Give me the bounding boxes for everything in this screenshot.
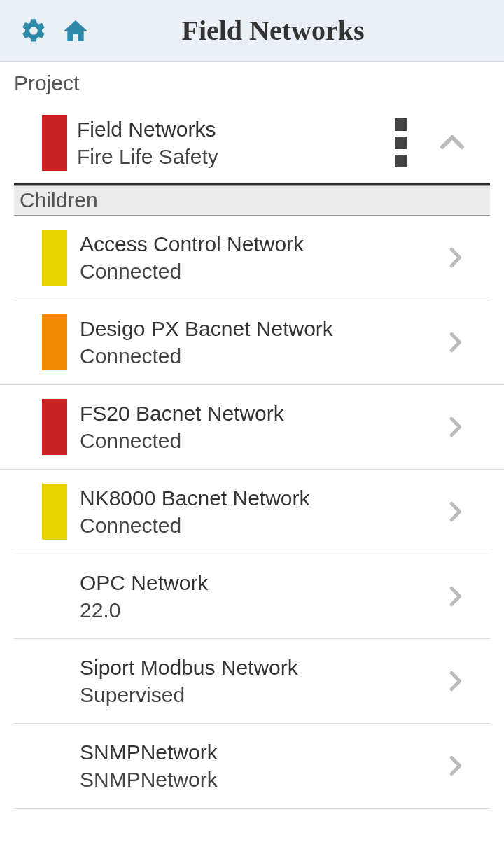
child-row-texts: Access Control NetworkConnected — [77, 230, 441, 285]
gear-icon — [20, 17, 48, 45]
chevron-right-icon — [441, 667, 469, 695]
child-row-texts: FS20 Bacnet NetworkConnected — [77, 400, 441, 454]
child-row-subtitle: Supervised — [80, 681, 441, 708]
child-row-title: Siport Modbus Network — [80, 654, 441, 681]
child-row-subtitle: Connected — [80, 258, 441, 285]
child-row[interactable]: NK8000 Bacnet NetworkConnected — [14, 470, 490, 554]
status-color-chip — [42, 399, 67, 455]
chevron-right-icon — [441, 752, 469, 780]
child-row-title: OPC Network — [80, 569, 441, 596]
child-row[interactable]: FS20 Bacnet NetworkConnected — [0, 385, 504, 470]
chevron-up-icon — [435, 126, 469, 160]
status-color-chip — [42, 738, 67, 794]
chevron-right-icon — [441, 244, 469, 272]
settings-button[interactable] — [13, 17, 55, 45]
status-color-chip — [42, 653, 67, 709]
page-title: Field Networks — [55, 14, 491, 47]
child-row[interactable]: SNMPNetworkSNMPNetwork — [14, 724, 490, 808]
child-row-texts: OPC Network22.0 — [77, 569, 441, 624]
child-row-texts: NK8000 Bacnet NetworkConnected — [77, 484, 441, 539]
parent-node-row[interactable]: Field Networks Fire Life Safety — [14, 102, 490, 185]
children-section-header: Children — [14, 185, 490, 216]
status-color-chip — [42, 484, 67, 540]
child-row[interactable]: Access Control NetworkConnected — [14, 216, 490, 300]
chevron-right-icon — [441, 328, 469, 356]
status-color-chip — [42, 230, 67, 286]
chevron-right-icon — [441, 498, 469, 526]
child-row-subtitle: SNMPNetwork — [80, 766, 441, 793]
parent-node-subtitle: Fire Life Safety — [77, 143, 395, 170]
children-list: Access Control NetworkConnectedDesigo PX… — [0, 216, 504, 808]
child-row-texts: SNMPNetworkSNMPNetwork — [77, 738, 441, 793]
dots-icon — [395, 118, 407, 131]
drill-in-button[interactable] — [441, 667, 476, 695]
more-options-button[interactable] — [395, 118, 407, 167]
child-row-title: SNMPNetwork — [80, 738, 441, 766]
child-row-title: FS20 Bacnet Network — [80, 400, 441, 427]
chevron-right-icon — [441, 582, 469, 610]
child-row[interactable]: Siport Modbus NetworkSupervised — [14, 639, 490, 724]
child-row-title: NK8000 Bacnet Network — [80, 484, 441, 512]
parent-node-title: Field Networks — [77, 115, 395, 143]
parent-node-texts: Field Networks Fire Life Safety — [77, 115, 395, 170]
status-color-chip — [42, 314, 67, 370]
child-row-texts: Siport Modbus NetworkSupervised — [77, 654, 441, 708]
child-row-subtitle: Connected — [80, 512, 441, 539]
child-row-title: Desigo PX Bacnet Network — [80, 315, 441, 342]
drill-in-button[interactable] — [441, 752, 476, 780]
child-row-title: Access Control Network — [80, 230, 441, 258]
child-row-subtitle: Connected — [80, 427, 441, 454]
drill-in-button[interactable] — [441, 413, 476, 441]
status-color-chip — [42, 115, 67, 171]
app-header: Field Networks — [0, 0, 504, 62]
collapse-button[interactable] — [435, 126, 469, 160]
child-row[interactable]: OPC Network22.0 — [14, 554, 490, 639]
child-row-subtitle: 22.0 — [80, 596, 441, 624]
child-row[interactable]: Desigo PX Bacnet NetworkConnected — [0, 300, 504, 385]
child-row-subtitle: Connected — [80, 342, 441, 370]
child-row-texts: Desigo PX Bacnet NetworkConnected — [77, 315, 441, 370]
drill-in-button[interactable] — [441, 498, 476, 526]
drill-in-button[interactable] — [441, 328, 476, 356]
breadcrumb[interactable]: Project — [0, 62, 504, 102]
drill-in-button[interactable] — [441, 244, 476, 272]
drill-in-button[interactable] — [441, 582, 476, 610]
chevron-right-icon — [441, 413, 469, 441]
status-color-chip — [42, 568, 67, 624]
